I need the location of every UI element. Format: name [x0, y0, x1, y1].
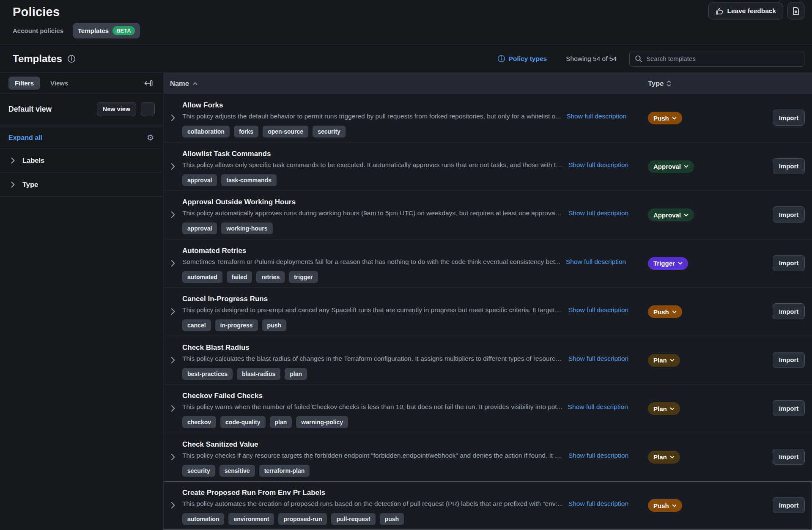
expand-row-chevron-icon[interactable] — [171, 405, 175, 412]
gear-icon[interactable]: ⚙ — [147, 134, 154, 142]
show-full-description-link[interactable]: Show full description — [568, 355, 628, 362]
chevron-down-icon — [672, 310, 677, 313]
tag-chip: blast-radius — [237, 368, 280, 380]
import-button[interactable]: Import — [773, 110, 805, 126]
show-full-description-link[interactable]: Show full description — [568, 500, 628, 508]
tag-chip: cancel — [182, 319, 211, 331]
show-full-description-link[interactable]: Show full description — [566, 258, 626, 266]
caret-up-icon — [193, 82, 198, 85]
expand-row-chevron-icon[interactable] — [171, 453, 175, 461]
policy-description: Sometimes Terraform or Pulumi deployment… — [182, 258, 560, 266]
search-box[interactable] — [629, 51, 804, 67]
show-full-description-link[interactable]: Show full description — [568, 452, 628, 459]
type-badge-label: Plan — [653, 357, 667, 364]
tag-chip: failed — [227, 271, 252, 283]
leave-feedback-button[interactable]: Leave feedback — [708, 3, 783, 19]
tab-filters[interactable]: Filters — [8, 77, 40, 90]
type-badge[interactable]: Push — [648, 305, 682, 318]
policy-row[interactable]: Create Proposed Run From Env Pr Labels T… — [164, 481, 812, 530]
type-badge[interactable]: Plan — [648, 354, 680, 367]
top-bar: Policies Leave feedback Account policies — [0, 0, 812, 44]
type-badge[interactable]: Push — [648, 112, 682, 124]
import-button[interactable]: Import — [773, 303, 805, 319]
type-badge-label: Trigger — [653, 260, 675, 267]
tag-chip: working-hours — [221, 222, 272, 234]
collapse-sidebar-icon[interactable] — [144, 79, 153, 88]
import-button[interactable]: Import — [773, 158, 805, 174]
search-input[interactable] — [646, 55, 799, 62]
type-badge[interactable]: Approval — [648, 160, 694, 173]
tag-chip: push — [380, 513, 404, 525]
policy-row[interactable]: Checkov Failed Checks This policy warns … — [164, 384, 812, 433]
current-view-label: Default view — [8, 105, 52, 114]
import-button[interactable]: Import — [773, 400, 805, 416]
showing-count: Showing 54 of 54 — [566, 55, 617, 63]
filter-group-type[interactable]: Type — [0, 173, 163, 197]
policy-tags: securitysensitiveterraform-plan — [182, 465, 812, 477]
import-button[interactable]: Import — [773, 255, 805, 271]
policy-types-link[interactable]: Policy types — [497, 55, 547, 63]
policy-row[interactable]: Check Blast Radius This policy calculate… — [164, 336, 812, 385]
tag-chip: automated — [182, 271, 222, 283]
type-badge[interactable]: Push — [648, 499, 682, 512]
filter-group-label: Labels — [22, 157, 44, 165]
expand-row-chevron-icon[interactable] — [171, 502, 175, 509]
tag-chip: environment — [228, 513, 274, 525]
policy-name: Allow Forks — [182, 101, 812, 110]
column-header-type[interactable]: Type — [648, 80, 671, 88]
chevron-down-icon — [672, 117, 677, 120]
policy-description: This policy warns when the number of fai… — [182, 403, 562, 411]
view-more-button[interactable] — [141, 102, 155, 116]
type-badge[interactable]: Plan — [648, 402, 680, 415]
expand-row-chevron-icon[interactable] — [171, 308, 175, 315]
type-badge[interactable]: Trigger — [648, 257, 688, 270]
info-icon[interactable] — [67, 55, 76, 63]
tab-views[interactable]: Views — [50, 80, 68, 87]
import-button[interactable]: Import — [773, 497, 805, 513]
import-button[interactable]: Import — [773, 352, 805, 368]
expand-row-chevron-icon[interactable] — [171, 211, 175, 218]
import-button[interactable]: Import — [773, 449, 805, 465]
tag-chip: retries — [256, 271, 285, 283]
policy-row[interactable]: Allowlist Task Commands This policy allo… — [164, 143, 812, 191]
tab-templates[interactable]: Templates BETA — [73, 23, 140, 38]
import-button[interactable]: Import — [773, 206, 805, 222]
tab-account-policies[interactable]: Account policies — [13, 27, 63, 34]
type-badge[interactable]: Plan — [648, 451, 680, 464]
policy-description: This policy automates the creation of pr… — [182, 500, 563, 508]
policy-row[interactable]: Check Sanitized Value This policy checks… — [164, 433, 812, 482]
policy-name: Create Proposed Run From Env Pr Labels — [182, 489, 812, 497]
docs-button[interactable] — [787, 3, 804, 19]
policy-tags: automationenvironmentproposed-runpull-re… — [182, 513, 812, 525]
show-full-description-link[interactable]: Show full description — [566, 113, 626, 120]
show-full-description-link[interactable]: Show full description — [568, 403, 628, 411]
expand-row-chevron-icon[interactable] — [171, 260, 175, 267]
expand-row-chevron-icon[interactable] — [171, 357, 175, 364]
expand-all-link[interactable]: Expand all — [8, 134, 42, 142]
show-full-description-link[interactable]: Show full description — [568, 306, 628, 314]
chevron-down-icon — [684, 165, 689, 168]
policy-row[interactable]: Automated Retries Sometimes Terraform or… — [164, 239, 812, 288]
sidebar-divider — [0, 124, 163, 127]
policy-row[interactable]: Approval Outside Working Hours This poli… — [164, 191, 812, 239]
policy-row[interactable]: Cancel In-Progress Runs This policy is d… — [164, 288, 812, 336]
policy-description: This policy calculates the blast radius … — [182, 355, 563, 362]
policy-tags: best-practicesblast-radiusplan — [182, 368, 812, 380]
type-badge[interactable]: Approval — [648, 209, 694, 221]
expand-row-chevron-icon[interactable] — [171, 163, 175, 170]
expand-row-chevron-icon[interactable] — [171, 114, 175, 121]
show-full-description-link[interactable]: Show full description — [568, 209, 628, 217]
tag-chip: collaboration — [182, 126, 230, 137]
policy-row[interactable]: Allow Forks This policy adjusts the defa… — [164, 94, 812, 143]
caret-up-down-icon — [667, 80, 671, 87]
new-view-button[interactable]: New view — [97, 102, 136, 116]
tag-chip: open-source — [263, 126, 308, 137]
policy-description: This policy allows only specific task co… — [182, 161, 563, 169]
show-full-description-link[interactable]: Show full description — [568, 161, 628, 169]
type-badge-label: Push — [653, 502, 669, 509]
filter-group-labels[interactable]: Labels — [0, 148, 163, 173]
tag-chip: push — [262, 319, 286, 331]
section-title: Templates — [13, 53, 62, 65]
search-icon — [635, 55, 642, 63]
column-header-name[interactable]: Name — [164, 80, 198, 88]
